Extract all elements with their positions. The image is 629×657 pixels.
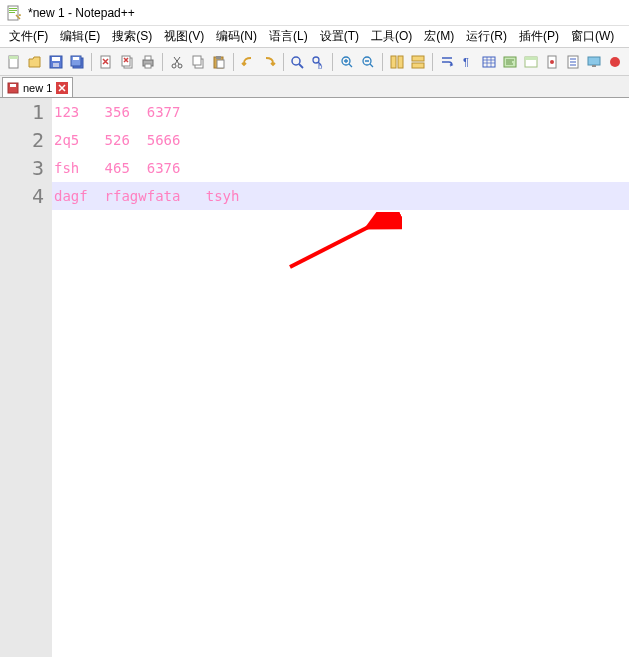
close-icon[interactable] <box>96 51 116 73</box>
code-line-current[interactable]: dagf rfagwfata tsyh <box>52 182 629 210</box>
svg-point-44 <box>610 57 620 67</box>
wrap-icon[interactable] <box>437 51 457 73</box>
menu-window[interactable]: 窗口(W) <box>566 26 619 47</box>
menu-macro[interactable]: 宏(M) <box>419 26 459 47</box>
code-line[interactable]: 2q5 526 5666 <box>52 126 629 154</box>
sync-h-icon[interactable] <box>408 51 428 73</box>
svg-text:b: b <box>318 62 323 70</box>
line-number: 3 <box>0 154 44 182</box>
zoom-out-icon[interactable] <box>358 51 378 73</box>
menu-file[interactable]: 文件(F) <box>4 26 53 47</box>
svg-rect-5 <box>9 56 18 59</box>
svg-rect-7 <box>52 57 60 61</box>
cut-icon[interactable] <box>167 51 187 73</box>
menu-settings[interactable]: 设置(T) <box>315 26 364 47</box>
svg-point-18 <box>172 64 176 68</box>
separator <box>432 53 433 71</box>
save-all-icon[interactable] <box>67 51 87 73</box>
record-icon[interactable] <box>605 51 625 73</box>
line-gutter: 1 2 3 4 <box>0 98 52 657</box>
svg-rect-30 <box>391 56 396 68</box>
separator <box>382 53 383 71</box>
svg-rect-43 <box>592 65 596 67</box>
code-area[interactable]: 123 356 6377 2q5 526 5666 fsh 465 6376 d… <box>52 98 629 657</box>
code-line[interactable]: fsh 465 6376 <box>52 154 629 182</box>
menubar: 文件(F) 编辑(E) 搜索(S) 视图(V) 编码(N) 语言(L) 设置(T… <box>0 26 629 48</box>
redo-icon[interactable] <box>259 51 279 73</box>
doc-map-icon[interactable] <box>542 51 562 73</box>
svg-rect-8 <box>53 63 59 67</box>
svg-rect-24 <box>217 60 224 68</box>
sync-v-icon[interactable] <box>387 51 407 73</box>
svg-rect-2 <box>9 10 17 11</box>
separator <box>332 53 333 71</box>
svg-rect-17 <box>145 64 151 68</box>
svg-rect-1 <box>9 8 17 9</box>
find-icon[interactable] <box>287 51 307 73</box>
menu-tools[interactable]: 工具(O) <box>366 26 417 47</box>
code-line[interactable]: 123 356 6377 <box>52 98 629 126</box>
svg-rect-38 <box>525 57 537 60</box>
svg-rect-32 <box>412 56 424 61</box>
separator <box>162 53 163 71</box>
svg-rect-21 <box>193 56 201 65</box>
menu-plugins[interactable]: 插件(P) <box>514 26 564 47</box>
copy-icon[interactable] <box>188 51 208 73</box>
separator <box>91 53 92 71</box>
window-title: *new 1 - Notepad++ <box>28 6 135 20</box>
tab-close-icon[interactable] <box>56 82 68 94</box>
undo-icon[interactable] <box>238 51 258 73</box>
svg-rect-33 <box>412 63 424 68</box>
menu-edit[interactable]: 编辑(E) <box>55 26 105 47</box>
tabbar: new 1 <box>0 76 629 98</box>
line-number: 2 <box>0 126 44 154</box>
zoom-in-icon[interactable] <box>337 51 357 73</box>
app-icon <box>6 5 22 21</box>
line-number: 4 <box>0 182 44 210</box>
toolbar: b ¶ <box>0 48 629 76</box>
folder-icon[interactable] <box>521 51 541 73</box>
save-icon[interactable] <box>46 51 66 73</box>
svg-rect-11 <box>73 57 79 60</box>
replace-icon[interactable]: b <box>308 51 328 73</box>
all-chars-icon[interactable]: ¶ <box>458 51 478 73</box>
tab-label: new 1 <box>23 82 52 94</box>
titlebar: *new 1 - Notepad++ <box>0 0 629 26</box>
tab-file[interactable]: new 1 <box>2 77 73 97</box>
editor[interactable]: 1 2 3 4 123 356 6377 2q5 526 5666 fsh 46… <box>0 98 629 657</box>
svg-point-25 <box>292 57 300 65</box>
monitor-icon[interactable] <box>584 51 604 73</box>
open-file-icon[interactable] <box>25 51 45 73</box>
line-number: 1 <box>0 98 44 126</box>
menu-language[interactable]: 语言(L) <box>264 26 313 47</box>
paste-icon[interactable] <box>209 51 229 73</box>
func-list-icon[interactable] <box>563 51 583 73</box>
svg-point-40 <box>550 60 554 64</box>
lang-icon[interactable] <box>500 51 520 73</box>
svg-rect-31 <box>398 56 403 68</box>
svg-rect-35 <box>483 57 495 67</box>
separator <box>283 53 284 71</box>
svg-rect-16 <box>145 56 151 60</box>
svg-point-19 <box>178 64 182 68</box>
close-all-icon[interactable] <box>117 51 137 73</box>
tab-modified-icon <box>7 82 19 94</box>
separator <box>233 53 234 71</box>
arrow-annotation-icon <box>282 212 402 282</box>
menu-view[interactable]: 视图(V) <box>159 26 209 47</box>
svg-rect-3 <box>9 12 15 13</box>
svg-line-47 <box>290 215 392 267</box>
indent-guide-icon[interactable] <box>479 51 499 73</box>
new-file-icon[interactable] <box>4 51 24 73</box>
svg-rect-23 <box>216 56 221 59</box>
print-icon[interactable] <box>138 51 158 73</box>
menu-search[interactable]: 搜索(S) <box>107 26 157 47</box>
svg-rect-42 <box>588 57 600 65</box>
svg-rect-46 <box>10 84 16 87</box>
menu-encoding[interactable]: 编码(N) <box>211 26 262 47</box>
svg-text:¶: ¶ <box>463 56 469 68</box>
menu-run[interactable]: 运行(R) <box>461 26 512 47</box>
